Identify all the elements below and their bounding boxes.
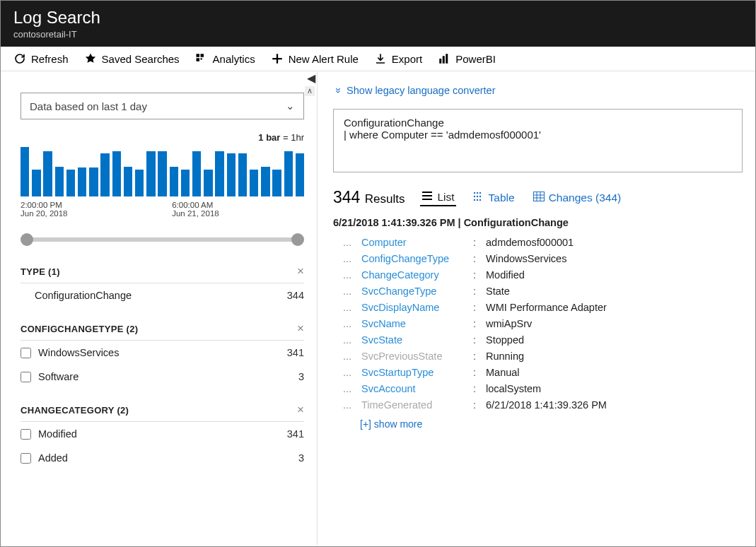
ellipsis-icon[interactable]: ... — [333, 383, 361, 394]
tab-table[interactable]: Table — [472, 190, 516, 206]
property-value: Running — [486, 351, 524, 362]
property-key[interactable]: ChangeCategory — [361, 269, 473, 281]
ellipsis-icon[interactable]: ... — [333, 302, 361, 313]
property-key[interactable]: SvcState — [361, 334, 473, 346]
tab-changes[interactable]: Changes (344) — [532, 190, 623, 206]
powerbi-button[interactable]: PowerBI — [438, 52, 496, 65]
histogram-bar[interactable] — [112, 151, 121, 196]
time-range-dropdown[interactable]: Data based on last 1 day ⌄ — [21, 93, 304, 119]
slider-handle-right[interactable] — [291, 233, 304, 246]
histogram-bar[interactable] — [204, 170, 212, 196]
scroll-up-icon[interactable]: ∧ — [305, 86, 315, 96]
property-value: Manual — [486, 367, 520, 378]
property-key[interactable]: Computer — [361, 237, 473, 248]
right-pane: » Show legacy language converter Configu… — [318, 71, 755, 545]
ellipsis-icon[interactable]: ... — [333, 237, 361, 248]
facet-row[interactable]: WindowsServices 341 — [21, 341, 304, 365]
property-key: TimeGenerated — [361, 399, 473, 411]
facet-checkbox[interactable] — [21, 429, 31, 440]
ellipsis-icon[interactable]: ... — [333, 269, 361, 281]
ellipsis-icon[interactable]: ... — [333, 334, 361, 346]
property-key[interactable]: ConfigChangeType — [361, 253, 473, 264]
histogram-bar[interactable] — [78, 167, 86, 196]
histogram-bar[interactable] — [158, 151, 166, 196]
histogram-bar[interactable] — [250, 170, 258, 196]
svg-point-9 — [479, 192, 480, 193]
export-button[interactable]: Export — [374, 52, 422, 65]
analytics-icon — [195, 52, 208, 65]
property-key[interactable]: SvcDisplayName — [361, 302, 473, 313]
refresh-button[interactable]: Refresh — [13, 52, 69, 65]
histogram-bar[interactable] — [170, 167, 178, 196]
histogram-bar[interactable] — [215, 151, 223, 196]
histogram-bar[interactable] — [135, 170, 144, 196]
header: Log Search contosoretail-IT — [1, 1, 755, 47]
histogram-bar[interactable] — [192, 151, 201, 196]
legacy-converter-link[interactable]: » Show legacy language converter — [336, 85, 495, 96]
histogram-bar[interactable] — [43, 151, 52, 196]
property-value: WindowsServices — [486, 253, 566, 264]
saved-searches-button[interactable]: Saved Searches — [84, 52, 180, 65]
histogram-bar[interactable] — [146, 151, 155, 196]
histogram-bar[interactable] — [238, 153, 247, 196]
result-count: 344 Results — [333, 188, 405, 207]
show-more-link[interactable]: [+] show more — [360, 418, 743, 430]
new-alert-rule-button[interactable]: New Alert Rule — [271, 52, 359, 65]
histogram-bar[interactable] — [181, 170, 190, 196]
facet-row[interactable]: Software 3 — [21, 365, 304, 389]
ellipsis-icon[interactable]: ... — [333, 286, 361, 297]
histogram-bar[interactable] — [227, 153, 235, 196]
left-pane: ◀ ∧ Data based on last 1 day ⌄ 1 bar = 1… — [1, 71, 318, 545]
property-row: ... SvcName : wmiApSrv — [333, 315, 743, 331]
close-icon[interactable]: × — [297, 322, 304, 336]
refresh-icon — [13, 52, 26, 65]
facet-row[interactable]: ConfigurationChange 344 — [21, 283, 304, 307]
ellipsis-icon[interactable]: ... — [333, 253, 361, 264]
property-key[interactable]: SvcName — [361, 318, 473, 329]
facet-row[interactable]: Added 3 — [21, 446, 304, 470]
time-range-slider[interactable] — [21, 229, 304, 250]
histogram-bar[interactable] — [66, 170, 75, 196]
workspace-name: contosoretail-IT — [13, 29, 743, 40]
facet-checkbox[interactable] — [21, 453, 31, 464]
property-row: ... SvcStartupType : Manual — [333, 364, 743, 380]
property-row: ... Computer : admdemosf000001 — [333, 234, 743, 250]
ellipsis-icon[interactable]: ... — [333, 318, 361, 329]
ellipsis-icon[interactable]: ... — [333, 399, 361, 411]
ellipsis-icon[interactable]: ... — [333, 351, 361, 362]
histogram-bar[interactable] — [124, 167, 132, 196]
facet-configchangetype: CONFIGCHANGETYPE (2) × WindowsServices 3… — [21, 322, 304, 389]
collapse-left-icon[interactable]: ◀ — [305, 71, 318, 85]
histogram-bar[interactable] — [32, 170, 40, 196]
facet-row[interactable]: Modified 341 — [21, 422, 304, 446]
svg-rect-16 — [533, 192, 544, 201]
histogram-bar[interactable] — [89, 167, 98, 196]
tab-list[interactable]: List — [420, 189, 455, 206]
slider-handle-left[interactable] — [21, 233, 33, 246]
close-icon[interactable]: × — [297, 264, 304, 278]
page-title: Log Search — [13, 8, 743, 28]
ellipsis-icon[interactable]: ... — [333, 367, 361, 378]
property-value: 6/21/2018 1:41:39.326 PM — [486, 399, 607, 411]
histogram-bar[interactable] — [296, 153, 304, 196]
property-row: ... ConfigChangeType : WindowsServices — [333, 250, 743, 266]
property-key[interactable]: SvcStartupType — [361, 367, 473, 378]
histogram-bar[interactable] — [272, 170, 281, 196]
histogram-bar[interactable] — [284, 151, 293, 196]
facet-checkbox[interactable] — [21, 348, 31, 358]
property-value: WMI Performance Adapter — [486, 302, 607, 313]
histogram-bar[interactable] — [21, 147, 29, 196]
histogram-bar[interactable] — [100, 153, 109, 196]
property-row: ... SvcChangeType : State — [333, 283, 743, 299]
svg-point-12 — [479, 195, 480, 196]
close-icon[interactable]: × — [297, 403, 304, 417]
histogram-chart[interactable] — [21, 147, 304, 196]
histogram-bar[interactable] — [261, 167, 269, 196]
property-key[interactable]: SvcAccount — [361, 383, 473, 394]
histogram-bar[interactable] — [55, 167, 64, 196]
analytics-button[interactable]: Analytics — [195, 52, 255, 65]
facet-checkbox[interactable] — [21, 372, 31, 382]
property-key[interactable]: SvcChangeType — [361, 286, 473, 297]
facet-changecategory: CHANGECATEGORY (2) × Modified 341 Added … — [21, 403, 304, 470]
query-input[interactable]: ConfigurationChange | where Computer == … — [333, 109, 743, 172]
